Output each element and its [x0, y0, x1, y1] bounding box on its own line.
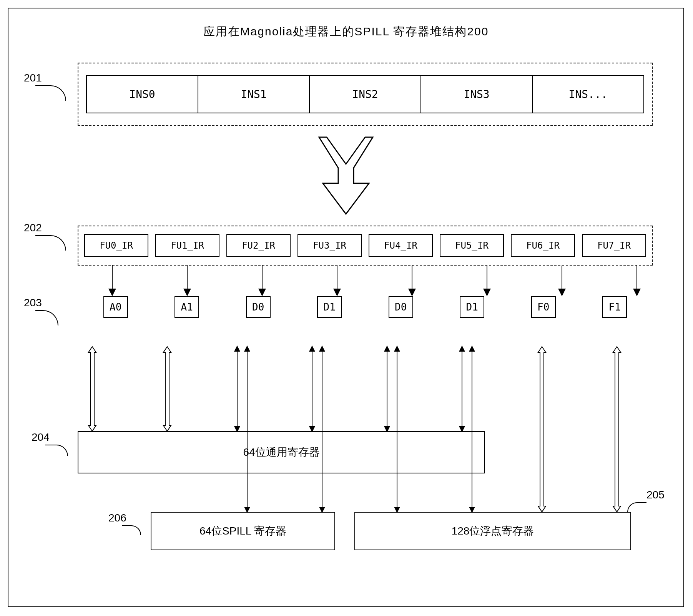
ins-cell: INS3 — [421, 75, 533, 113]
fp128-box: 128位浮点寄存器 — [354, 512, 631, 550]
ir-cell: FU3_IR — [297, 234, 362, 257]
leader-202 — [35, 235, 66, 251]
ins-cell: INS0 — [86, 75, 198, 113]
ir-cell: FU7_IR — [582, 234, 646, 257]
ref-204: 204 — [32, 431, 50, 443]
fu-cell: D1 — [460, 296, 484, 318]
ir-cell: FU5_IR — [440, 234, 504, 257]
ins-cell: INS1 — [198, 75, 310, 113]
ins-row: INS0 INS1 INS2 INS3 INS... — [78, 63, 653, 126]
fu-cell: D1 — [317, 296, 342, 318]
reg64-box: 64位通用寄存器 — [78, 431, 485, 473]
ir-cell: FU2_IR — [226, 234, 291, 257]
fu-cell: A1 — [174, 296, 199, 318]
ref-202: 202 — [24, 222, 42, 234]
diagram-frame: 应用在Magnolia处理器上的SPILL 寄存器堆结构200 201 INS0… — [8, 8, 684, 607]
ref-206: 206 — [108, 512, 126, 524]
spill64-box: 64位SPILL 寄存器 — [151, 512, 335, 550]
fu-cell: F0 — [531, 296, 556, 318]
diagram-title: 应用在Magnolia处理器上的SPILL 寄存器堆结构200 — [24, 24, 668, 40]
fu-cell: F1 — [602, 296, 627, 318]
dispatch-arrow-icon — [311, 133, 381, 218]
ir-cell: FU4_IR — [369, 234, 433, 257]
ir-row: FU0_IR FU1_IR FU2_IR FU3_IR FU4_IR FU5_I… — [78, 226, 653, 266]
ir-cell: FU1_IR — [155, 234, 219, 257]
fu-cell: D0 — [389, 296, 413, 318]
ins-cell: INS2 — [310, 75, 421, 113]
fu-cell: D0 — [246, 296, 271, 318]
ir-cell: FU0_IR — [84, 234, 148, 257]
ref-205: 205 — [646, 489, 665, 501]
fu-cell: A0 — [103, 296, 128, 318]
ins-cell: INS... — [533, 75, 644, 113]
ir-cell: FU6_IR — [511, 234, 575, 257]
fu-row: A0 A1 D0 D1 D0 D1 F0 F1 — [78, 296, 653, 318]
leader-201 — [35, 85, 66, 101]
ir-to-fu-arrows — [83, 266, 675, 296]
ref-201: 201 — [24, 72, 42, 84]
